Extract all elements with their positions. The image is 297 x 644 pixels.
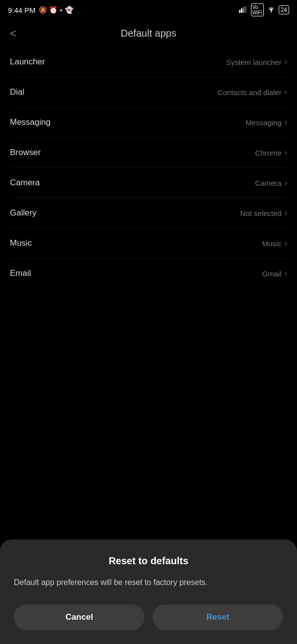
chevron-right-icon: › [285,178,287,187]
status-right: VoWiFi 24 [239,3,289,16]
settings-item-gallery[interactable]: GalleryNot selected› [10,198,287,228]
item-value: Messaging [246,118,282,127]
item-right: Not selected› [240,209,287,217]
item-label: Gallery [10,208,37,218]
svg-rect-0 [239,10,241,13]
item-right: Chrome› [255,148,287,157]
item-right: System launcher› [226,57,287,66]
item-value: System launcher [226,58,282,66]
chevron-right-icon: › [285,57,287,66]
item-right: Gmail› [262,269,288,278]
dot-icon: ● [59,7,63,13]
item-label: Browser [10,148,41,158]
item-right: Contacts and dialer› [217,88,287,97]
item-label: Messaging [10,117,50,127]
item-value: Music [262,239,282,248]
chevron-right-icon: › [285,269,287,278]
reset-dialog: Reset to defaults Default app preference… [0,539,297,644]
dialog-message: Default app preferences will be reset to… [14,577,283,589]
item-label: Launcher [10,57,45,67]
settings-item-browser[interactable]: BrowserChrome› [10,138,287,168]
chevron-right-icon: › [285,239,287,248]
status-icons: 🔕 ⏰ ● 👻 [39,6,73,14]
page-header: < Default apps [0,20,297,47]
silent-icon: 🔕 [39,6,47,14]
back-button[interactable]: < [10,27,16,40]
page-title: Default apps [121,28,176,39]
cancel-button[interactable]: Cancel [14,604,145,630]
settings-item-camera[interactable]: CameraCamera› [10,168,287,198]
item-right: Messaging› [246,118,287,127]
svg-rect-1 [241,8,243,13]
wifi-icon [267,6,276,14]
vowifi-badge: VoWiFi [251,3,264,16]
item-value: Not selected [240,209,281,217]
dialog-title: Reset to defaults [14,555,283,567]
item-label: Dial [10,87,24,97]
settings-item-music[interactable]: MusicMusic› [10,228,287,259]
status-left: 9:44 PM 🔕 ⏰ ● 👻 [8,6,73,14]
item-value: Gmail [262,269,282,278]
signal-icon [239,6,248,14]
settings-list: LauncherSystem launcher›DialContacts and… [0,47,297,288]
chevron-right-icon: › [285,118,287,127]
svg-rect-3 [245,6,247,13]
item-right: Music› [262,239,288,248]
item-label: Music [10,238,32,248]
settings-item-launcher[interactable]: LauncherSystem launcher› [10,47,287,77]
dialog-buttons: Cancel Reset [14,604,283,630]
item-label: Camera [10,178,40,188]
reset-button[interactable]: Reset [152,604,283,630]
battery-icon: 24 [279,5,289,14]
alarm-icon: ⏰ [49,6,57,14]
item-value: Camera [255,179,281,187]
svg-rect-2 [243,7,245,13]
item-value: Contacts and dialer [217,88,281,97]
status-bar: 9:44 PM 🔕 ⏰ ● 👻 VoWiFi 24 [0,0,297,20]
item-right: Camera› [255,178,287,187]
chevron-right-icon: › [285,148,287,157]
settings-item-messaging[interactable]: MessagingMessaging› [10,107,287,138]
status-time: 9:44 PM [8,6,36,14]
svg-point-4 [270,11,271,12]
snapchat-icon: 👻 [65,6,73,14]
chevron-right-icon: › [285,88,287,97]
item-label: Email [10,268,31,278]
settings-item-email[interactable]: EmailGmail› [10,259,287,288]
item-value: Chrome [255,149,281,157]
settings-item-dial[interactable]: DialContacts and dialer› [10,77,287,107]
chevron-right-icon: › [285,209,287,217]
